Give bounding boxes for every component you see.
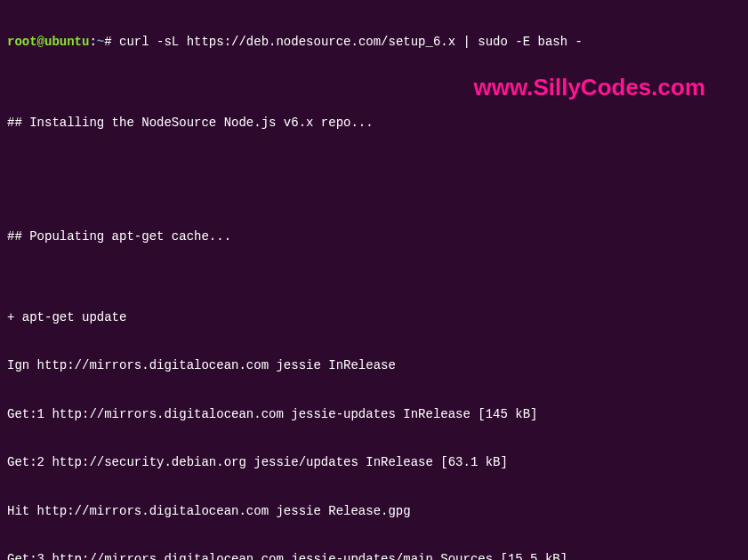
output-line: Hit http://mirrors.digitalocean.com jess… xyxy=(7,503,741,519)
output-line: Get:2 http://security.debian.org jessie/… xyxy=(7,454,741,470)
output-line: + apt-get update xyxy=(7,309,741,325)
output-line: Ign http://mirrors.digitalocean.com jess… xyxy=(7,357,741,373)
output-line: Get:1 http://mirrors.digitalocean.com je… xyxy=(7,406,741,422)
prompt-line: root@ubuntu:~# curl -sL https://deb.node… xyxy=(7,34,741,50)
command-text: curl -sL https://deb.nodesource.com/setu… xyxy=(112,35,583,49)
output-line: ## Installing the NodeSource Node.js v6.… xyxy=(7,115,741,131)
prompt-path: ~ xyxy=(97,35,104,49)
prompt-user-host: root@ubuntu xyxy=(7,35,89,49)
prompt-colon: : xyxy=(89,35,96,49)
output-line: ## Populating apt-get cache... xyxy=(7,228,741,244)
watermark-text: www.SillyCodes.com xyxy=(473,73,705,103)
prompt-symbol: # xyxy=(104,35,111,49)
output-line: Get:3 http://mirrors.digitalocean.com je… xyxy=(7,551,741,560)
